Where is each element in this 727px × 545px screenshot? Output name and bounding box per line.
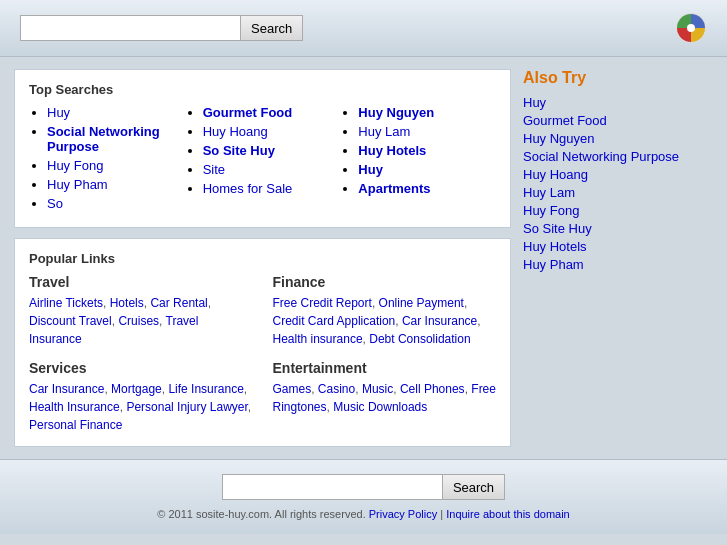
search-link-site[interactable]: Site: [203, 162, 225, 177]
list-item: Huy Hoang: [203, 124, 341, 139]
link-discount-travel[interactable]: Discount Travel: [29, 314, 112, 328]
list-item: Huy Nguyen: [358, 105, 496, 120]
top-searches-title: Top Searches: [29, 82, 496, 97]
link-health-insurance-fin[interactable]: Health insurance: [273, 332, 363, 346]
list-item: Homes for Sale: [203, 181, 341, 196]
search-link-huy2[interactable]: Huy: [358, 162, 383, 177]
category-entertainment-links: Games, Casino, Music, Cell Phones, Free …: [273, 380, 497, 416]
header: Search: [0, 0, 727, 57]
svg-point-1: [687, 24, 695, 32]
list-item: Huy Hotels: [523, 239, 713, 254]
also-try-huyhotels[interactable]: Huy Hotels: [523, 239, 587, 254]
link-car-insurance-fin[interactable]: Car Insurance: [402, 314, 477, 328]
search-link-huyfong[interactable]: Huy Fong: [47, 158, 103, 173]
main-content: Top Searches Huy Social Networking Purpo…: [0, 57, 727, 459]
search-link-huypham[interactable]: Huy Pham: [47, 177, 108, 192]
category-travel-links: Airline Tickets, Hotels, Car Rental, Dis…: [29, 294, 253, 348]
search-link-gourmetfood[interactable]: Gourmet Food: [203, 105, 293, 120]
search-link-homesforsale[interactable]: Homes for Sale: [203, 181, 293, 196]
search-link-huyhoang[interactable]: Huy Hoang: [203, 124, 268, 139]
list-item: Huy: [358, 162, 496, 177]
left-content: Top Searches Huy Social Networking Purpo…: [14, 69, 511, 447]
also-try-huyhoang[interactable]: Huy Hoang: [523, 167, 588, 182]
top-searches-box: Top Searches Huy Social Networking Purpo…: [14, 69, 511, 228]
also-try-title: Also Try: [523, 69, 713, 87]
list-item: Social Networking Purpose: [47, 124, 185, 154]
list-item: Huy Hotels: [358, 143, 496, 158]
privacy-policy-link[interactable]: Privacy Policy: [369, 508, 437, 520]
search-link-sositehuy[interactable]: So Site Huy: [203, 143, 275, 158]
link-personal-injury[interactable]: Personal Injury Lawyer: [126, 400, 247, 414]
list-item: Huy: [47, 105, 185, 120]
search-link-huylam[interactable]: Huy Lam: [358, 124, 410, 139]
list-item: Gourmet Food: [203, 105, 341, 120]
list-item: Site: [203, 162, 341, 177]
link-games[interactable]: Games: [273, 382, 312, 396]
list-item: Huy Fong: [47, 158, 185, 173]
link-music-downloads[interactable]: Music Downloads: [333, 400, 427, 414]
also-try-list: Huy Gourmet Food Huy Nguyen Social Netwo…: [523, 95, 713, 272]
top-searches-col-2: Gourmet Food Huy Hoang So Site Huy Site …: [185, 105, 341, 215]
category-entertainment-title: Entertainment: [273, 360, 497, 376]
top-search-input[interactable]: [20, 15, 240, 41]
search-link-so[interactable]: So: [47, 196, 63, 211]
link-free-credit[interactable]: Free Credit Report: [273, 296, 372, 310]
top-search-button[interactable]: Search: [240, 15, 303, 41]
list-item: Huy Nguyen: [523, 131, 713, 146]
search-link-apartments[interactable]: Apartments: [358, 181, 430, 196]
popular-links-box: Popular Links Travel Airline Tickets, Ho…: [14, 238, 511, 447]
list-item: So Site Huy: [523, 221, 713, 236]
link-car-insurance-svc[interactable]: Car Insurance: [29, 382, 104, 396]
link-cruises[interactable]: Cruises: [118, 314, 159, 328]
top-searches-grid: Huy Social Networking Purpose Huy Fong H…: [29, 105, 496, 215]
link-online-payment[interactable]: Online Payment: [379, 296, 464, 310]
footer-copyright: © 2011 sosite-huy.com. All rights reserv…: [157, 508, 569, 520]
also-try-huypham[interactable]: Huy Pham: [523, 257, 584, 272]
logo-icon: [675, 12, 707, 44]
category-travel-title: Travel: [29, 274, 253, 290]
top-searches-col-3: Huy Nguyen Huy Lam Huy Hotels Huy Apartm…: [340, 105, 496, 215]
link-mortgage[interactable]: Mortgage: [111, 382, 162, 396]
link-health-insurance-svc[interactable]: Health Insurance: [29, 400, 120, 414]
link-car-rental[interactable]: Car Rental: [150, 296, 207, 310]
also-try-huyfong[interactable]: Huy Fong: [523, 203, 579, 218]
list-item: Apartments: [358, 181, 496, 196]
bottom-search-input[interactable]: [222, 474, 442, 500]
search-link-snp[interactable]: Social Networking Purpose: [47, 124, 160, 154]
list-item: Huy Hoang: [523, 167, 713, 182]
category-finance: Finance Free Credit Report, Online Payme…: [273, 274, 497, 348]
category-finance-links: Free Credit Report, Online Payment, Cred…: [273, 294, 497, 348]
link-personal-finance[interactable]: Personal Finance: [29, 418, 122, 432]
category-services-title: Services: [29, 360, 253, 376]
link-casino[interactable]: Casino: [318, 382, 355, 396]
also-try-huynguyen[interactable]: Huy Nguyen: [523, 131, 595, 146]
category-finance-title: Finance: [273, 274, 497, 290]
top-searches-col-1: Huy Social Networking Purpose Huy Fong H…: [29, 105, 185, 215]
list-item: Huy Fong: [523, 203, 713, 218]
list-item: Huy Lam: [358, 124, 496, 139]
also-try-sositehuy[interactable]: So Site Huy: [523, 221, 592, 236]
list-item: Huy Pham: [47, 177, 185, 192]
copyright-text: © 2011 sosite-huy.com. All rights reserv…: [157, 508, 365, 520]
search-link-huyhotels[interactable]: Huy Hotels: [358, 143, 426, 158]
link-life-insurance[interactable]: Life Insurance: [168, 382, 243, 396]
link-cell-phones[interactable]: Cell Phones: [400, 382, 465, 396]
link-debt-consolidation[interactable]: Debt Consolidation: [369, 332, 470, 346]
category-travel: Travel Airline Tickets, Hotels, Car Rent…: [29, 274, 253, 348]
search-link-huy[interactable]: Huy: [47, 105, 70, 120]
bottom-search-button[interactable]: Search: [442, 474, 505, 500]
link-airline-tickets[interactable]: Airline Tickets: [29, 296, 103, 310]
link-credit-card[interactable]: Credit Card Application: [273, 314, 396, 328]
also-try-huylam[interactable]: Huy Lam: [523, 185, 575, 200]
also-try-huy[interactable]: Huy: [523, 95, 546, 110]
category-entertainment: Entertainment Games, Casino, Music, Cell…: [273, 360, 497, 434]
link-hotels[interactable]: Hotels: [110, 296, 144, 310]
link-music[interactable]: Music: [362, 382, 393, 396]
also-try-gourmetfood[interactable]: Gourmet Food: [523, 113, 607, 128]
inquire-link[interactable]: Inquire about this domain: [446, 508, 570, 520]
list-item: Gourmet Food: [523, 113, 713, 128]
list-item: Huy Pham: [523, 257, 713, 272]
bottom-search-form: Search: [222, 474, 505, 500]
also-try-snp[interactable]: Social Networking Purpose: [523, 149, 679, 164]
search-link-huynguyen[interactable]: Huy Nguyen: [358, 105, 434, 120]
